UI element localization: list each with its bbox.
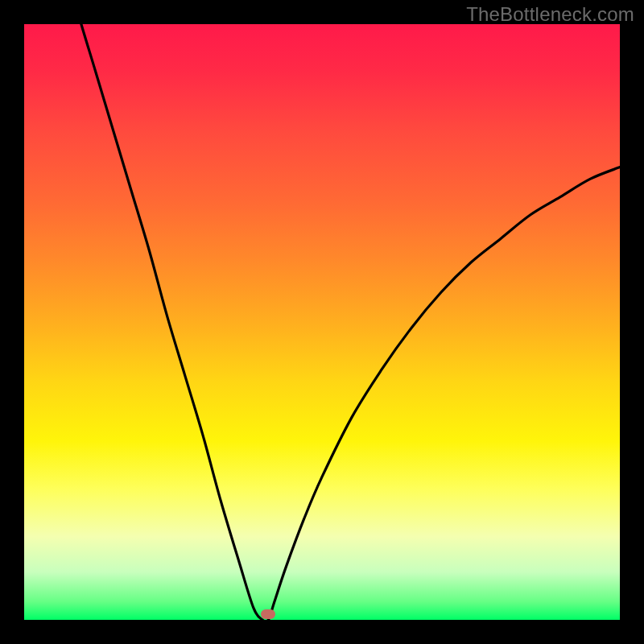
minimum-marker <box>261 609 275 619</box>
plot-area <box>24 24 620 620</box>
attribution-label: TheBottleneck.com <box>466 3 634 26</box>
